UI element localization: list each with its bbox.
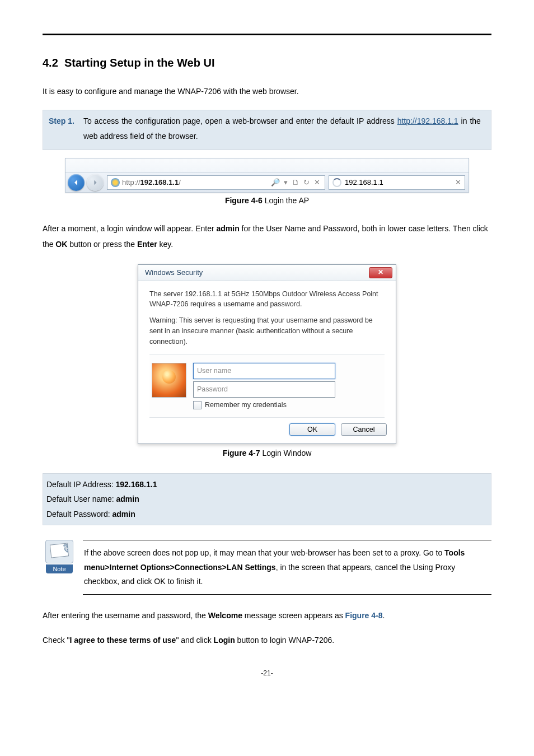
t: Check " xyxy=(43,636,70,645)
browser-tab[interactable]: 192.168.1.1 ✕ xyxy=(329,175,465,190)
t: key. xyxy=(157,240,174,249)
t: After a moment, a login window will appe… xyxy=(43,224,217,233)
login-bold: Login xyxy=(214,636,235,645)
note-icon xyxy=(45,540,73,563)
figure-text: Login the AP xyxy=(263,196,309,205)
remember-checkbox[interactable] xyxy=(193,401,202,409)
addr-tools[interactable]: 🔎 ▾ 🗋 ↻ ✕ xyxy=(271,178,321,186)
intro-text: It is easy to configure and manage the W… xyxy=(43,85,491,97)
dialog-line2: Warning: This server is requesting that … xyxy=(149,315,385,347)
default-pass-label: Default Password: xyxy=(46,510,113,519)
after-login-text: After entering the username and password… xyxy=(43,609,491,622)
address-bar[interactable]: http://192.168.1.1/ 🔎 ▾ 🗋 ↻ ✕ xyxy=(107,175,325,190)
t: . xyxy=(383,611,385,620)
figure-number: Figure 4-6 xyxy=(225,196,263,205)
figure-4-8-ref[interactable]: Figure 4-8 xyxy=(345,611,383,620)
default-user-label: Default User name: xyxy=(46,494,116,503)
url-suffix: / xyxy=(179,178,181,186)
step-1-row: Step 1. To access the configuration page… xyxy=(43,110,491,150)
header-rule xyxy=(43,34,491,35)
password-input[interactable]: Password xyxy=(193,381,335,398)
step-body: To access the configuration page, open a… xyxy=(83,114,481,143)
close-tab-icon[interactable]: ✕ xyxy=(455,178,461,186)
check-line: Check "I agree to these terms of use" an… xyxy=(43,634,491,646)
dialog-line1: The server 192.168.1.1 at 5GHz 150Mbps O… xyxy=(149,289,385,310)
tab-label: 192.168.1.1 xyxy=(345,178,383,186)
t: " and click xyxy=(176,636,213,645)
default-pass-value: admin xyxy=(113,510,135,519)
page-number: -21- xyxy=(43,669,491,677)
defaults-block: Default IP Address: 192.168.1.1 Default … xyxy=(43,473,491,526)
user-avatar-icon xyxy=(152,363,186,398)
cancel-button[interactable]: Cancel xyxy=(341,423,387,436)
note-badge: Note xyxy=(43,540,76,573)
default-ip-label: Default IP Address: xyxy=(46,480,115,489)
enter-bold: Enter xyxy=(137,240,157,249)
default-ip-link[interactable]: http://192.168.1.1 xyxy=(397,116,458,125)
remember-label: Remember my credentials xyxy=(205,400,287,410)
url-prefix: http:// xyxy=(122,178,140,186)
admin-bold: admin xyxy=(217,224,240,233)
toolbar-icons[interactable]: ▾ 🗋 ↻ ✕ xyxy=(284,178,321,186)
t: After entering the username and password… xyxy=(43,611,208,620)
default-user-value: admin xyxy=(116,494,139,503)
welcome-bold: Welcome xyxy=(208,611,242,620)
figure-number: Figure 4-7 xyxy=(223,449,260,458)
url-host: 192.168.1.1 xyxy=(140,178,179,186)
close-button[interactable]: ✕ xyxy=(369,267,392,278)
agree-bold: I agree to these terms of use xyxy=(70,636,176,645)
search-icon[interactable]: 🔎 xyxy=(271,178,281,186)
ok-button[interactable]: OK xyxy=(289,423,335,436)
default-ip-value: 192.168.1.1 xyxy=(115,480,157,489)
ie-icon xyxy=(111,178,120,187)
t: message screen appears as xyxy=(242,611,345,620)
back-button[interactable] xyxy=(68,174,85,191)
t: If the above screen does not pop up, it … xyxy=(84,548,444,557)
loading-icon xyxy=(332,178,341,187)
section-title: Starting Setup in the Web UI xyxy=(64,57,215,69)
note-text: If the above screen does not pop up, it … xyxy=(83,540,491,595)
browser-screenshot: http://192.168.1.1/ 🔎 ▾ 🗋 ↻ ✕ 192.168.1.… xyxy=(65,158,469,193)
after-moment-text: After a moment, a login window will appe… xyxy=(43,221,491,252)
login-dialog-screenshot: Windows Security ✕ The server 192.168.1.… xyxy=(43,264,491,444)
figure-text: Login Window xyxy=(260,449,312,458)
credentials-panel: User name Password Remember my credentia… xyxy=(149,354,385,417)
t: button or press the xyxy=(67,240,137,249)
ok-bold: OK xyxy=(55,240,67,249)
remember-row[interactable]: Remember my credentials xyxy=(193,400,385,410)
dialog-title: Windows Security xyxy=(145,268,203,277)
figure-4-7-caption: Figure 4-7 Login Window xyxy=(43,449,491,458)
dialog-titlebar: Windows Security ✕ xyxy=(138,265,396,281)
section-heading: 4.2 Starting Setup in the Web UI xyxy=(43,57,491,69)
note-label: Note xyxy=(46,564,73,573)
section-number: 4.2 xyxy=(43,57,58,69)
t: button to login WNAP-7206. xyxy=(235,636,334,645)
figure-4-6-caption: Figure 4-6 Login the AP xyxy=(43,196,491,205)
username-input[interactable]: User name xyxy=(193,363,335,379)
forward-button[interactable] xyxy=(87,174,104,191)
step-label: Step 1. xyxy=(49,114,81,129)
step-text-before: To access the configuration page, open a… xyxy=(83,116,397,125)
url-text: http://192.168.1.1/ xyxy=(122,178,181,186)
note-row: Note If the above screen does not pop up… xyxy=(43,540,491,595)
